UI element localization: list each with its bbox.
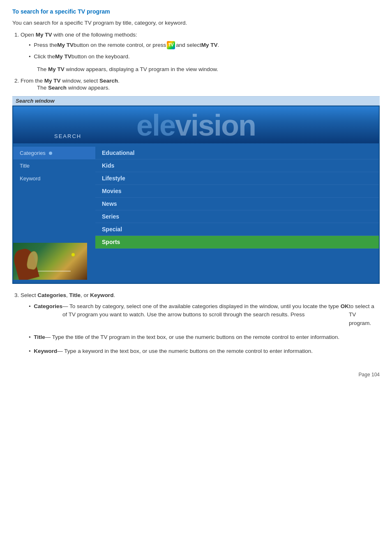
bullet-remote: Press the My TV button on the remote con… xyxy=(29,41,380,49)
my-tv-icon: TV xyxy=(167,41,175,49)
search-window: elevision SEARCH Categories Title Keywor… xyxy=(12,106,380,284)
note-2: The Search window appears. xyxy=(37,84,380,92)
sidebar-title-label: Title xyxy=(20,163,30,169)
page-number: Page 104 xyxy=(359,372,380,378)
sidebar-keyword[interactable]: Keyword xyxy=(13,172,95,185)
category-movies[interactable]: Movies xyxy=(95,185,379,198)
my-tv-bold-3: My TV xyxy=(201,41,218,49)
sidebar-categories-label: Categories xyxy=(20,150,46,156)
desc-keyword: Keyword — Type a keyword in the text box… xyxy=(29,347,380,355)
my-tv-bold-2: My TV xyxy=(57,41,74,49)
tv-bg-right: vision xyxy=(175,109,256,142)
search-sidebar: Categories Title Keyword xyxy=(13,143,95,283)
sidebar-keyword-label: Keyword xyxy=(20,175,41,182)
note-1: The My TV window appears, displaying a T… xyxy=(37,65,380,74)
step-2: From the My TV window, select Search. Th… xyxy=(21,78,380,92)
page-title: To search for a specific TV program xyxy=(12,8,380,15)
page-footer: Page 104 xyxy=(12,368,380,378)
intro-text: You can search for a specific TV program… xyxy=(12,20,380,26)
category-news[interactable]: News xyxy=(95,198,379,210)
my-tv-bold-1: My TV xyxy=(36,32,52,38)
sidebar-title[interactable]: Title xyxy=(13,159,95,172)
category-lifestyle[interactable]: Lifestyle xyxy=(95,172,379,185)
category-special[interactable]: Special xyxy=(95,223,379,236)
tv-bg-left: ele xyxy=(136,109,175,142)
sidebar-dot xyxy=(49,152,52,155)
step-1: Open My TV with one of the following met… xyxy=(21,32,380,74)
category-kids[interactable]: Kids xyxy=(95,159,379,172)
sidebar-categories[interactable]: Categories xyxy=(13,147,95,159)
tennis-image xyxy=(13,243,87,280)
my-tv-bold-4: My TV xyxy=(55,53,71,61)
search-label: SEARCH xyxy=(54,133,81,139)
category-sports[interactable]: Sports xyxy=(95,236,379,249)
search-header: elevision SEARCH xyxy=(13,106,379,143)
step-3: Select Categories, Title, or Keyword. Ca… xyxy=(21,292,380,355)
category-list: Educational Kids Lifestyle Movies News S… xyxy=(95,143,379,283)
search-body: Categories Title Keyword xyxy=(13,143,379,283)
desc-categories: Categories — To search by category, sele… xyxy=(29,302,380,327)
search-window-label: Search window xyxy=(12,96,380,106)
category-series[interactable]: Series xyxy=(95,210,379,223)
bullet-keyboard: Click the My TV button on the keyboard. xyxy=(29,53,380,61)
category-educational[interactable]: Educational xyxy=(95,147,379,159)
desc-title: Title — Type the title of the TV program… xyxy=(29,333,380,341)
